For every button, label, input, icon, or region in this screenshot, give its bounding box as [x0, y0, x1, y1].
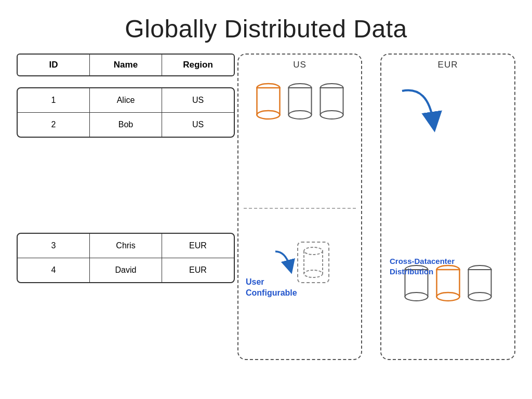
cell-region: US [162, 88, 234, 112]
cell-name: David [90, 258, 162, 282]
cell-name: Bob [90, 113, 162, 137]
user-configurable-label: UserConfigurable [246, 277, 313, 299]
cell-id: 3 [18, 234, 90, 258]
cross-dc-label: Cross-DatacenterDistribution [390, 256, 462, 276]
cell-region: EUR [162, 234, 234, 258]
page: Globally Distributed Data ID Name Region… [0, 0, 532, 399]
diagram: ID Name Region 1 Alice US 2 Bob US [17, 54, 515, 360]
us-divider [244, 208, 356, 209]
user-config-arrow [270, 249, 295, 276]
svg-point-20 [436, 292, 459, 301]
us-top-cylinders [238, 81, 361, 122]
cylinder-grey [317, 81, 346, 122]
cell-region: EUR [162, 258, 234, 282]
page-title: Globally Distributed Data [0, 0, 532, 54]
cylinder-orange [254, 81, 283, 122]
svg-point-5 [288, 111, 311, 119]
cell-region: US [162, 113, 234, 137]
cell-id: 2 [18, 113, 90, 137]
cylinder-dashed [301, 245, 326, 280]
header-id: ID [18, 55, 90, 75]
cell-name: Alice [90, 88, 162, 112]
table-row: 1 Alice US [18, 88, 234, 113]
cell-id: 4 [18, 258, 90, 282]
svg-point-17 [405, 292, 428, 301]
eur-region: EUR [380, 54, 515, 360]
us-region: US [237, 54, 362, 360]
svg-point-13 [304, 270, 323, 277]
table-row: 4 David EUR [18, 258, 234, 282]
us-table: 1 Alice US 2 Bob US [17, 87, 235, 144]
cylinder-grey [286, 81, 314, 122]
eur-label: EUR [381, 55, 514, 73]
us-label: US [238, 55, 361, 73]
header-region: Region [162, 55, 234, 75]
cell-id: 1 [18, 88, 90, 112]
cross-dc-arrow [387, 81, 520, 145]
cross-dc-arrow-svg [387, 81, 511, 143]
svg-point-8 [320, 111, 343, 119]
svg-point-10 [304, 247, 323, 255]
eur-table: 3 Chris EUR 4 David EUR [17, 233, 235, 289]
header-name: Name [90, 55, 162, 75]
table-header: ID Name Region [17, 54, 235, 76]
table-row: 2 Bob US [18, 113, 234, 137]
cylinder-grey [466, 262, 494, 304]
svg-point-23 [468, 292, 491, 301]
cell-name: Chris [90, 234, 162, 258]
table-row: 3 Chris EUR [18, 234, 234, 258]
svg-point-2 [257, 111, 280, 119]
